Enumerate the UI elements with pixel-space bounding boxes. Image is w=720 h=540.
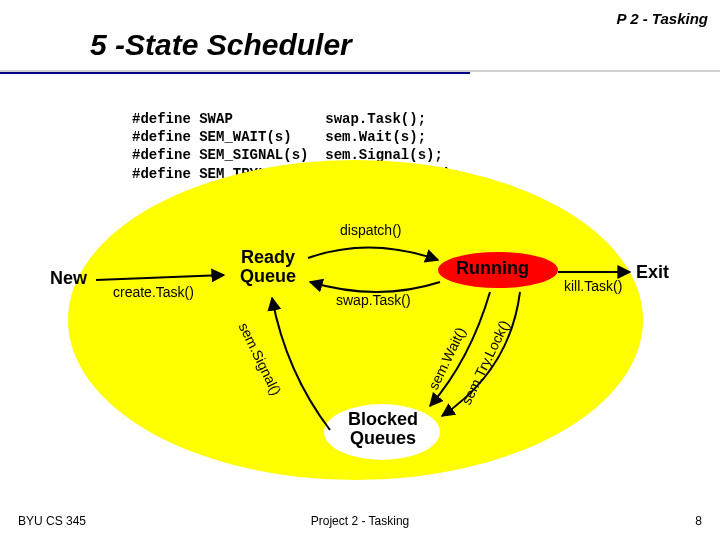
edge-swap: swap.Task() bbox=[336, 292, 411, 308]
diagram-arrows bbox=[0, 0, 720, 540]
edge-kill: kill.Task() bbox=[564, 278, 622, 294]
footer-right: 8 bbox=[695, 514, 702, 528]
svg-line-0 bbox=[96, 275, 224, 280]
edge-dispatch: dispatch() bbox=[340, 222, 401, 238]
footer-center: Project 2 - Tasking bbox=[0, 514, 720, 528]
edge-create: create.Task() bbox=[113, 284, 194, 300]
